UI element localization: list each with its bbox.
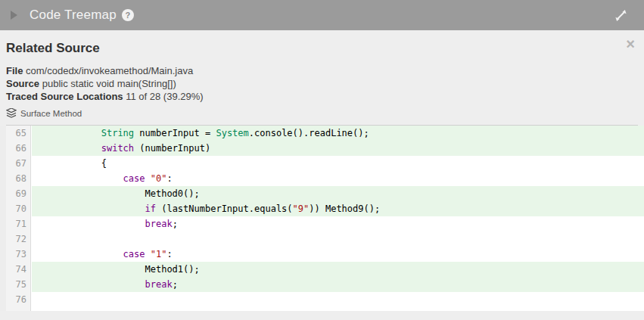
code-line: 74 Method1();	[6, 262, 644, 277]
code-line-text	[32, 231, 644, 247]
surface-method-badge: Surface Method	[6, 108, 638, 118]
code-line-text: break;	[32, 277, 644, 292]
line-number: 65	[6, 126, 31, 141]
code-line-text: break;	[32, 216, 644, 231]
code-line-text: Method0();	[32, 186, 644, 201]
panel-title: Code Treemap	[30, 8, 117, 23]
expand-icon[interactable]	[614, 9, 627, 25]
line-number: 75	[6, 277, 31, 292]
panel-header: Code Treemap ?	[0, 0, 644, 30]
code-line: 76	[6, 292, 644, 307]
code-line-text: case "0":	[32, 171, 644, 186]
surface-method-label: Surface Method	[20, 109, 82, 118]
code-lines: 65 String numberInput = System.console()…	[6, 126, 644, 307]
code-line: 66 switch (numberInput)	[6, 141, 644, 156]
traced-locations-value: 11 of 28 (39.29%)	[126, 91, 203, 102]
line-number: 76	[6, 292, 31, 307]
code-line-text: if (lastNumberInput.equals("9")) Method9…	[32, 201, 644, 216]
layers-icon	[6, 108, 17, 118]
code-line: 69 Method0();	[6, 186, 644, 201]
code-line: 67 {	[6, 156, 644, 171]
traced-locations-label: Traced Source Locations	[6, 91, 123, 102]
related-source-panel: × Related Source File com/codedx/invokea…	[0, 30, 644, 126]
code-line: 75 break;	[6, 277, 644, 292]
code-line-text: case "1":	[32, 247, 644, 262]
line-number: 73	[6, 247, 31, 262]
line-number: 70	[6, 201, 31, 216]
file-value: com/codedx/invokeamethod/Main.java	[26, 65, 193, 76]
code-line: 65 String numberInput = System.console()…	[6, 126, 644, 141]
source-label: Source	[6, 78, 39, 89]
line-number: 66	[6, 141, 31, 156]
traced-locations-field: Traced Source Locations 11 of 28 (39.29%…	[6, 91, 638, 103]
collapse-triangle-icon[interactable]	[11, 11, 17, 20]
line-number: 69	[6, 186, 31, 201]
help-icon[interactable]: ?	[122, 9, 134, 21]
source-field: Source public static void main(String[])	[6, 78, 638, 90]
related-source-heading: Related Source	[6, 41, 638, 56]
code-line-text: String numberInput = System.console().re…	[32, 126, 644, 141]
file-label: File	[6, 65, 23, 76]
line-number: 72	[6, 231, 31, 247]
code-line: 73 case "1":	[6, 247, 644, 262]
code-line-text: {	[32, 156, 644, 171]
code-line: 72	[6, 231, 644, 247]
file-field: File com/codedx/invokeamethod/Main.java	[6, 65, 638, 77]
code-line: 71 break;	[6, 216, 644, 231]
code-line: 70 if (lastNumberInput.equals("9")) Meth…	[6, 201, 644, 216]
line-number: 74	[6, 262, 31, 277]
code-line: 68 case "0":	[6, 171, 644, 186]
code-line-text: Method1();	[32, 262, 644, 277]
code-line-text	[32, 292, 644, 307]
line-number: 68	[6, 171, 31, 186]
code-viewer[interactable]: 65 String numberInput = System.console()…	[0, 126, 644, 311]
line-number: 67	[6, 156, 31, 171]
line-number: 71	[6, 216, 31, 231]
close-icon[interactable]: ×	[626, 38, 635, 50]
source-value: public static void main(String[])	[42, 78, 176, 89]
code-line-text: switch (numberInput)	[32, 141, 644, 156]
